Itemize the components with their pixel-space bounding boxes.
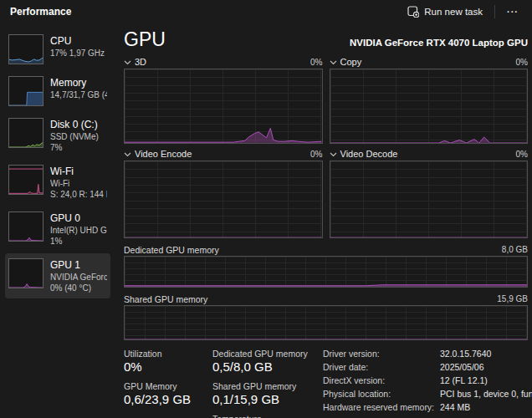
page-title: Performance <box>10 6 71 18</box>
sidebar-gpu1-stats: 0% (40 °C) <box>50 283 107 293</box>
gpu-panel-title: GPU <box>124 29 166 50</box>
shared-memory-title: Shared GPU memory <box>124 294 207 304</box>
sidebar-wifi-name: Wi-Fi <box>50 178 107 189</box>
3d-usage-chart <box>124 69 323 144</box>
hardware-reserved-label: Hardware reserved memory: <box>323 402 433 412</box>
shared-memory-capacity: 15,9 GB <box>497 294 528 303</box>
chevron-down-icon[interactable] <box>330 59 337 65</box>
chart-title-video-encode: Video Encode <box>135 149 192 159</box>
physical-location-label: Physical location: <box>323 389 433 399</box>
shared-memory-stat-label: Shared GPU memory <box>212 381 311 391</box>
video-encode-usage-chart <box>124 161 323 238</box>
shared-memory-chart <box>124 305 528 340</box>
sidebar-gpu0-name: Intel(R) UHD Graphics <box>50 225 107 236</box>
chart-value-3d: 0% <box>310 58 322 67</box>
directx-version-value: 12 (FL 12.1) <box>440 375 532 385</box>
driver-version-value: 32.0.15.7640 <box>440 349 532 359</box>
gpu-memory-label: GPU Memory <box>124 381 201 391</box>
dedicated-memory-stat-label: Dedicated GPU memory <box>212 349 311 359</box>
sidebar-memory-stats: 14,7/31,7 GB (46%) <box>50 89 107 100</box>
gpu-stats-section: Utilization 0% GPU Memory 0,6/23,9 GB De… <box>124 349 528 418</box>
sidebar-disk-type: SSD (NVMe) <box>50 131 99 142</box>
topbar-divider <box>494 5 495 18</box>
chart-title-copy: Copy <box>340 57 362 67</box>
driver-details: Driver version: 32.0.15.7640 Driver date… <box>323 349 532 418</box>
sidebar-gpu1-title: GPU 1 <box>50 259 107 272</box>
gpu1-thumbnail-chart <box>8 258 43 288</box>
sidebar-cpu-title: CPU <box>50 35 105 48</box>
driver-date-value: 2025/05/06 <box>440 362 532 372</box>
sidebar-cpu-stats: 17% 1,97 GHz <box>50 48 105 59</box>
task-manager-window: Performance Run new task ··· <box>0 0 532 418</box>
top-bar: Performance Run new task ··· <box>0 0 532 23</box>
chart-title-video-decode: Video Decode <box>340 149 398 159</box>
shared-memory-stat-value: 0,1/15,9 GB <box>212 392 311 406</box>
sidebar-gpu1-name: NVIDIA GeForce RTX... <box>50 272 107 283</box>
chart-value-video-encode: 0% <box>310 150 322 159</box>
sidebar-gpu0-stats: 1% <box>50 236 107 247</box>
hardware-reserved-value: 244 MB <box>440 402 532 412</box>
run-new-task-icon <box>407 6 419 18</box>
driver-date-label: Driver date: <box>323 362 433 372</box>
dedicated-memory-stat-value: 0,5/8,0 GB <box>212 359 311 374</box>
chart-value-copy: 0% <box>516 58 528 67</box>
gpu0-thumbnail-chart <box>8 212 43 242</box>
dedicated-memory-chart <box>124 256 528 288</box>
disk-thumbnail-chart <box>8 118 43 148</box>
sidebar-disk-stats: 7% <box>50 142 99 153</box>
sidebar-gpu0-title: GPU 0 <box>50 212 107 225</box>
performance-sidebar: CPU 17% 1,97 GHz Memory 14,7/31,7 GB (46… <box>0 23 113 418</box>
sidebar-disk-title: Disk 0 (C:) <box>50 119 99 131</box>
chart-title-3d: 3D <box>135 57 146 67</box>
wifi-thumbnail-chart <box>8 165 43 195</box>
sidebar-item-gpu1[interactable]: GPU 1 NVIDIA GeForce RTX... 0% (40 °C) <box>5 253 110 298</box>
sidebar-item-disk[interactable]: Disk 0 (C:) SSD (NVMe) 7% <box>5 113 110 158</box>
sidebar-item-cpu[interactable]: CPU 17% 1,97 GHz <box>5 29 110 69</box>
sidebar-item-memory[interactable]: Memory 14,7/31,7 GB (46%) <box>5 71 110 111</box>
chart-value-video-decode: 0% <box>516 150 528 159</box>
chevron-down-icon[interactable] <box>124 59 131 65</box>
sidebar-wifi-stats: S: 24,0 R: 144 Kbps <box>50 189 107 200</box>
more-options-button[interactable]: ··· <box>500 3 525 20</box>
sidebar-memory-title: Memory <box>50 77 107 89</box>
temperature-label: Temperature <box>212 414 311 418</box>
sidebar-item-gpu0[interactable]: GPU 0 Intel(R) UHD Graphics 1% <box>5 206 110 252</box>
gpu-device-name: NVIDIA GeForce RTX 4070 Laptop GPU <box>350 38 528 50</box>
chevron-down-icon[interactable] <box>124 151 131 157</box>
memory-thumbnail-chart <box>8 76 43 106</box>
directx-version-label: DirectX version: <box>323 375 433 385</box>
sidebar-wifi-title: Wi-Fi <box>50 166 107 178</box>
driver-version-label: Driver version: <box>323 349 433 359</box>
chevron-down-icon[interactable] <box>330 151 337 157</box>
dedicated-memory-title: Dedicated GPU memory <box>124 245 219 255</box>
copy-usage-chart <box>330 69 529 144</box>
physical-location-value: PCI bus 1, device 0, function 0 <box>440 389 532 399</box>
cpu-thumbnail-chart <box>8 34 43 64</box>
gpu-detail-panel: GPU NVIDIA GeForce RTX 4070 Laptop GPU 3… <box>113 23 532 418</box>
video-decode-usage-chart <box>330 161 529 238</box>
utilization-value: 0% <box>124 359 201 374</box>
dedicated-memory-capacity: 8,0 GB <box>502 245 528 254</box>
gpu-memory-value: 0,6/23,9 GB <box>124 392 201 406</box>
utilization-label: Utilization <box>124 349 201 359</box>
sidebar-item-wifi[interactable]: Wi-Fi Wi-Fi S: 24,0 R: 144 Kbps <box>5 160 110 205</box>
run-new-task-label: Run new task <box>424 7 483 17</box>
run-new-task-button[interactable]: Run new task <box>401 3 489 21</box>
